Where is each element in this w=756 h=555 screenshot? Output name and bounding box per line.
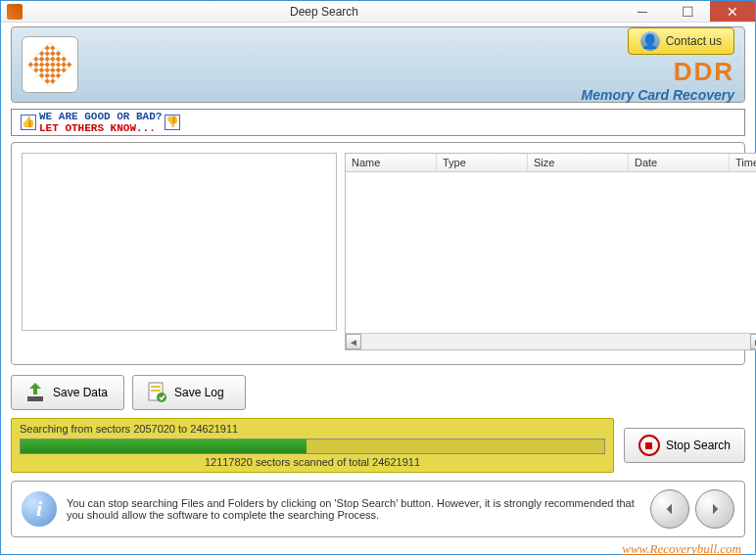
file-table: Name Type Size Date Time ◄ ► [345,153,756,350]
app-icon [7,4,23,20]
minimize-button[interactable]: ─ [620,1,665,22]
progress-bar-fill [21,439,307,453]
window-title: Deep Search [28,5,620,19]
save-log-button[interactable]: Save Log [132,375,246,410]
logo-box [22,36,78,93]
col-date[interactable]: Date [629,154,730,171]
app-window: Deep Search ─ ☐ ✕ 👤 Contact us DDR Memor… [0,0,756,555]
svg-point-4 [157,393,166,402]
save-data-label: Save Data [53,386,108,399]
col-name[interactable]: Name [346,154,437,171]
thumbs-up-icon: 👍 [21,115,36,130]
scroll-left-icon[interactable]: ◄ [346,334,361,349]
save-data-icon [24,381,47,404]
h-scrollbar[interactable]: ◄ ► [346,333,756,349]
progress-box: Searching from sectors 2057020 to 246219… [11,418,614,473]
svg-rect-2 [151,386,161,388]
save-data-button[interactable]: Save Data [11,375,124,410]
brand-subtitle: Memory Card Recovery [582,87,734,103]
results-panel: Name Type Size Date Time ◄ ► [11,142,745,365]
action-row: Save Data Save Log [11,375,745,410]
contact-label: Contact us [666,34,722,48]
stop-icon [638,435,660,456]
col-type[interactable]: Type [437,154,528,171]
stop-search-button[interactable]: Stop Search [624,428,745,463]
contact-us-button[interactable]: 👤 Contact us [628,27,734,55]
maximize-button[interactable]: ☐ [665,1,710,22]
info-icon: i [22,491,57,527]
table-header: Name Type Size Date Time [346,154,756,172]
thumbs-down-icon: 👎 [165,115,180,130]
col-size[interactable]: Size [528,154,629,171]
svg-rect-0 [27,396,43,401]
col-time[interactable]: Time [730,154,756,171]
save-log-label: Save Log [174,386,224,399]
info-text: You can stop searching Files and Folders… [67,497,640,521]
progress-bar [20,439,605,454]
feedback-line2: LET OTHERS KNOW... [39,122,156,134]
titlebar: Deep Search ─ ☐ ✕ [1,1,755,23]
table-body[interactable] [346,172,756,333]
save-log-icon [145,381,168,404]
svg-rect-3 [151,390,161,392]
logo-icon [27,42,71,86]
progress-scanned-line: 12117820 sectors scanned of total 246219… [20,456,605,468]
nav-next-button[interactable] [695,489,734,529]
info-row: i You can stop searching Files and Folde… [11,481,745,537]
brand-logo: DDR [582,57,734,87]
progress-row: Searching from sectors 2057020 to 246219… [11,418,745,473]
close-button[interactable]: ✕ [710,1,755,22]
header-banner: 👤 Contact us DDR Memory Card Recovery [11,26,745,103]
feedback-line1: WE ARE GOOD OR BAD? [39,111,162,122]
stop-label: Stop Search [666,439,731,452]
feedback-banner[interactable]: 👍 WE ARE GOOD OR BAD? LET OTHERS KNOW...… [11,109,745,136]
progress-searching-line: Searching from sectors 2057020 to 246219… [20,423,605,435]
contact-avatar-icon: 👤 [640,31,660,51]
nav-prev-button[interactable] [650,489,689,529]
folder-tree[interactable] [22,153,337,331]
scroll-right-icon[interactable]: ► [750,334,756,349]
footer-url[interactable]: www.Recoverybull.com [1,537,755,555]
